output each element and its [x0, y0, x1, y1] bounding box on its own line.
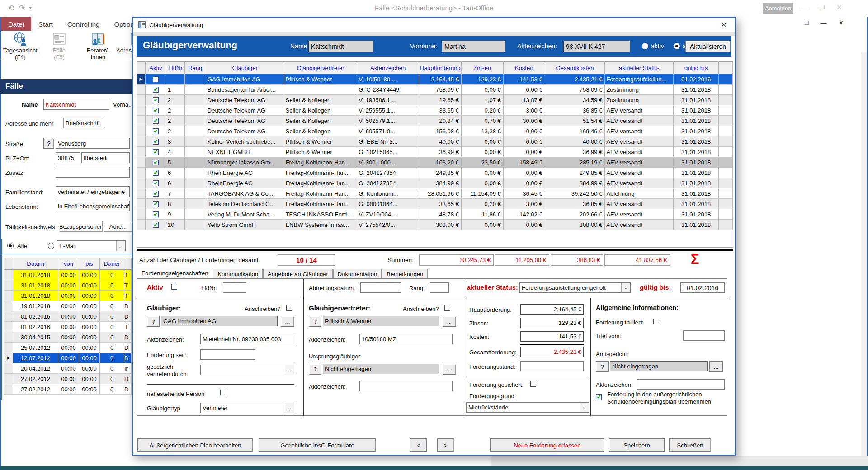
schliessen-button[interactable]: Schließen	[669, 438, 711, 452]
abtretungsdatum-field[interactable]	[360, 282, 401, 293]
ribbon-tab-datei[interactable]: Datei	[1, 17, 31, 31]
gesichert-checkbox[interactable]	[530, 381, 536, 387]
vertreter-more-button[interactable]: ...	[443, 316, 456, 327]
status-dropdown[interactable]: Forderungsaufstellung eingeholt ⌄	[519, 282, 631, 293]
radio-alle[interactable]	[7, 243, 14, 249]
chevron-down-icon[interactable]: ⌄	[116, 241, 125, 251]
restore-icon[interactable]: ❐	[819, 4, 825, 11]
aktiv-checkbox[interactable]: ✔	[153, 108, 159, 113]
tab-bemerkungen[interactable]: Bemerkungen	[382, 269, 428, 278]
aktiv-checkbox[interactable]: ✔	[153, 128, 159, 134]
forderungsgrund-dropdown[interactable]: Mietrückstände ⌄	[466, 402, 589, 413]
grid-row[interactable]: ✔9Verlag M. DuMont Scha...TESCH INKASSO …	[137, 209, 733, 220]
close-icon[interactable]: ✕	[837, 4, 842, 11]
aktiv-checkbox[interactable]: ✔	[153, 160, 159, 165]
chevron-down-icon[interactable]: ⌄	[580, 403, 589, 412]
creditor-grid[interactable]: AktivLfdNrRangGläubigerGläubigervertrete…	[137, 61, 733, 248]
amtsgericht-lookup-button[interactable]: ?	[596, 361, 609, 372]
grid-row[interactable]: ✔10Yello Strom GmbHENBW Systeme Infras..…	[137, 220, 733, 230]
ort-field[interactable]: Ilberstedt	[81, 152, 130, 163]
list-item[interactable]: 01.02.201600:0000:000T	[4, 322, 132, 332]
glaeubigertyp-dropdown[interactable]: Vermieter ⌄	[200, 403, 294, 413]
grid-row[interactable]: ✔7TARGOBANK AG & Co....Freitag-Kohlmann-…	[137, 188, 733, 199]
aktiv-checkbox[interactable]: ✔	[153, 191, 159, 197]
list-item[interactable]: 20.04.201200:0000:000Ir	[4, 363, 132, 374]
aktiv-checkbox[interactable]: ✔	[153, 87, 159, 93]
column-header-Gläubigervertreter[interactable]: Gläubigervertreter	[284, 62, 358, 74]
list-item[interactable]: 27.02.201200:0000:000D	[4, 374, 132, 384]
column-header-aktueller Status[interactable]: aktueller Status	[605, 62, 674, 74]
kosten-field[interactable]: 141,53 €	[520, 331, 584, 342]
aktiv-checkbox[interactable]: ✔	[153, 118, 159, 124]
close-icon[interactable]: ✕	[718, 20, 730, 29]
tab-angebote-an-gl-ubiger[interactable]: Angebote an Gläubiger	[263, 269, 333, 278]
aktualisieren-button[interactable]: Aktualisieren	[685, 41, 731, 52]
previous-record-button[interactable]: <	[410, 438, 427, 452]
briefanschrift-tab[interactable]: Briefanschrift	[63, 118, 102, 128]
glaeubiger-lookup-button[interactable]: ?	[147, 316, 160, 327]
list-item[interactable]: 30.04.201500:0000:000D	[4, 332, 132, 343]
aktiv-checkbox[interactable]	[153, 76, 159, 82]
column-header-Hauptforderung[interactable]: Hauptforderung	[419, 62, 462, 74]
strasse-field[interactable]: Venusberg	[56, 138, 130, 149]
minimize-icon[interactable]: —	[801, 4, 807, 11]
tab-bezugspersonen[interactable]: Bezugspersonen	[60, 221, 103, 232]
list-item[interactable]: 31.01.201800:0000:000T	[4, 270, 132, 280]
forderung-seit-field[interactable]	[200, 349, 255, 360]
aktiv-checkbox[interactable]: ✔	[153, 201, 159, 207]
list-item[interactable]: 27.02.201200:0000:000D	[4, 384, 132, 395]
nahestehende-person-checkbox[interactable]	[220, 390, 226, 395]
inso-formulare-button[interactable]: Gerichtliche InsO-Formulare	[259, 438, 376, 452]
chevron-down-icon[interactable]: ⌄	[621, 283, 630, 292]
zinsen-field[interactable]: 129,23 €	[520, 318, 584, 328]
amtsgericht-more-button[interactable]: ...	[709, 361, 723, 372]
vorname-field[interactable]: Martina	[442, 41, 505, 52]
zusatz-field[interactable]	[56, 167, 130, 178]
aktiv-checkbox[interactable]: ✔	[153, 212, 159, 217]
grid-row[interactable]: ✔2Deutsche Telekom AGSeiler & KollegenV:…	[137, 95, 733, 105]
minimize-icon[interactable]: —	[820, 19, 826, 26]
tab-adressen-truncated[interactable]: Adre...	[104, 221, 132, 232]
glaeubiger-field[interactable]: GAG Immobilien AG	[161, 316, 278, 326]
radio-aktiv[interactable]	[642, 43, 648, 49]
aktiv-checkbox[interactable]: ✔	[153, 170, 159, 176]
aktiv-checkbox[interactable]: ✔	[153, 149, 159, 155]
ursprung-lookup-button[interactable]: ?	[309, 364, 321, 375]
grid-row[interactable]: ▶GAG Immobilien AGPflitsch & WennerV: 10…	[137, 74, 733, 85]
ribbon-button-berater-[interactable]: Berater/-innen	[79, 31, 118, 61]
list-item[interactable]: 25.07.201200:0000:000D	[4, 343, 132, 353]
plan-bearbeiten-button[interactable]: Außergerichtlichen Plan bearbeiten	[137, 438, 253, 452]
titel-vom-field[interactable]	[683, 330, 725, 341]
column-header-filler[interactable]	[719, 62, 733, 74]
column-header-gültig bis[interactable]: gültig bis	[674, 62, 719, 74]
plan-uebernehmen-checkbox[interactable]: ✔	[596, 394, 602, 400]
rang-field[interactable]	[430, 282, 449, 293]
forderungsstand-field[interactable]	[520, 361, 584, 371]
aktenzeichen-field[interactable]: 98 XVII K 427	[563, 41, 630, 52]
radio-email[interactable]	[48, 243, 54, 249]
tab-dokumentation[interactable]: Dokumentation	[333, 269, 382, 278]
hauptforderung-field[interactable]: 2.164,45 €	[520, 304, 584, 315]
anschreiben-checkbox[interactable]	[286, 305, 292, 311]
anschreiben-checkbox[interactable]	[444, 305, 450, 311]
chevron-down-icon[interactable]: ⌄	[285, 403, 294, 413]
glaeubiger-more-button[interactable]: ...	[281, 316, 294, 327]
radio-alle[interactable]	[674, 43, 680, 49]
lfdnr-field[interactable]	[223, 282, 246, 293]
lebensform-field[interactable]: in Ehe/Lebensgemeinschaf	[56, 201, 130, 212]
column-header-Gesamtkosten[interactable]: Gesamtkosten	[545, 62, 605, 74]
column-header-Rang[interactable]: Rang	[185, 62, 206, 74]
list-item[interactable]: ▶12.07.201200:0000:000D	[4, 353, 132, 363]
chevron-down-icon[interactable]: ⌄	[285, 365, 294, 375]
ribbon-button-f-lle[interactable]: Fälle(F5)	[40, 31, 79, 61]
vertreter-lookup-button[interactable]: ?	[309, 316, 321, 327]
grid-row[interactable]: ✔2Deutsche Telekom AGSeiler & KollegenV:…	[137, 126, 733, 136]
amtsgericht-field[interactable]: Nicht eingetragen	[610, 361, 708, 371]
grid-row[interactable]: ✔6RheinEnergie AGFreitag-Kohlmann-Han...…	[137, 168, 733, 178]
column-header-Aktiv[interactable]: Aktiv	[146, 62, 166, 74]
name-field[interactable]: Kaltschmidt	[43, 99, 109, 110]
close-icon[interactable]: ✕	[838, 19, 844, 26]
grid-row[interactable]: ✔2Deutsche Telekom AGSeiler & KollegenV:…	[137, 116, 733, 126]
dialog-titlebar[interactable]: Gläubigerverwaltung ✕	[133, 18, 735, 32]
aktiv-checkbox[interactable]	[171, 284, 177, 290]
